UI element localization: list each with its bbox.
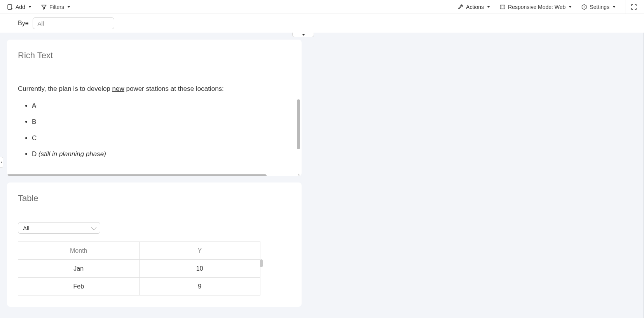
- expand-icon: [631, 4, 637, 10]
- chevron-down-icon: [613, 6, 616, 8]
- table-cell: 10: [139, 260, 260, 278]
- list-item-text: B: [32, 118, 36, 125]
- table-card[interactable]: Table All Month Y Jan 10: [7, 182, 302, 307]
- table-header[interactable]: Month: [18, 242, 140, 260]
- list-item: B: [32, 117, 291, 127]
- svg-point-7: [584, 6, 585, 7]
- svg-point-5: [503, 7, 504, 7]
- actions-label: Actions: [466, 4, 484, 10]
- list-item-text: D: [32, 150, 38, 158]
- chevron-down-icon: [67, 6, 70, 8]
- filter-icon: [41, 4, 47, 10]
- chevron-down-icon: [91, 225, 96, 230]
- richtext-underline: new: [112, 85, 124, 92]
- side-panel-handle[interactable]: [0, 157, 3, 168]
- wrench-icon: [457, 4, 464, 10]
- richtext-text: power stations at these locations:: [124, 85, 224, 92]
- responsive-mode-button[interactable]: Responsive Mode: Web: [499, 4, 572, 10]
- svg-rect-3: [500, 5, 505, 9]
- filter-select[interactable]: All: [33, 17, 114, 29]
- filter-bar: Bye All: [0, 14, 644, 33]
- list-item-note: (still in planning phase): [38, 150, 106, 158]
- table-cell: 9: [139, 278, 260, 295]
- richtext-card[interactable]: Rich Text Currently, the plan is to deve…: [7, 40, 302, 176]
- actions-button[interactable]: Actions: [457, 4, 490, 10]
- add-label: Add: [16, 4, 25, 10]
- filter-label: Bye: [18, 20, 29, 27]
- chevron-down-icon: [569, 6, 572, 8]
- richtext-paragraph: Currently, the plan is to develop new po…: [18, 84, 291, 94]
- list-item: D (still in planning phase): [32, 149, 291, 159]
- list-item: A: [32, 101, 291, 111]
- table-select-value: All: [23, 225, 30, 231]
- settings-button[interactable]: Settings: [581, 4, 616, 10]
- table-cell: Feb: [18, 278, 140, 295]
- fullscreen-button[interactable]: [625, 0, 637, 14]
- filter-select-value: All: [38, 20, 44, 27]
- table-vertical-scrollbar[interactable]: [260, 259, 263, 267]
- richtext-body: Currently, the plan is to develop new po…: [7, 61, 302, 173]
- add-button[interactable]: Add: [7, 4, 31, 10]
- top-toolbar: Add Filters Actions Responsive Mode: Web…: [0, 0, 644, 14]
- horizontal-scrollbar[interactable]: [7, 174, 267, 176]
- responsive-icon: [499, 4, 506, 10]
- data-table: Month Y Jan 10 Feb 9: [18, 242, 260, 295]
- settings-label: Settings: [590, 4, 609, 10]
- filters-button[interactable]: Filters: [41, 4, 70, 10]
- svg-point-4: [501, 7, 502, 7]
- table-header-row: Month Y: [18, 242, 260, 260]
- expand-notch[interactable]: [292, 33, 314, 37]
- vertical-scrollbar[interactable]: [297, 99, 300, 149]
- data-table-wrap: Month Y Jan 10 Feb 9: [7, 238, 302, 295]
- canvas-area: Rich Text Currently, the plan is to deve…: [0, 33, 644, 318]
- table-header[interactable]: Y: [139, 242, 260, 260]
- table-title: Table: [7, 182, 302, 203]
- richtext-list: A B C D (still in planning phase): [18, 101, 291, 159]
- list-item-text: A: [32, 102, 36, 109]
- chevron-right-icon: [1, 161, 2, 163]
- add-icon: [7, 4, 13, 10]
- richtext-text: Currently, the plan is to develop: [18, 85, 112, 92]
- table-row[interactable]: Jan 10: [18, 260, 260, 278]
- table-filter-select[interactable]: All: [18, 222, 100, 234]
- chevron-down-icon: [487, 6, 490, 8]
- list-item: C: [32, 133, 291, 143]
- table-cell: Jan: [18, 260, 140, 278]
- chevron-down-icon: [28, 6, 31, 8]
- settings-icon: [581, 4, 587, 10]
- chevron-down-icon: [302, 34, 305, 36]
- responsive-label: Responsive Mode: Web: [508, 4, 565, 10]
- richtext-title: Rich Text: [7, 40, 302, 61]
- toolbar-right-group: Actions Responsive Mode: Web Settings: [457, 0, 637, 14]
- toolbar-left-group: Add Filters: [7, 4, 70, 10]
- table-controls: All: [7, 203, 302, 238]
- filters-label: Filters: [49, 4, 64, 10]
- table-row[interactable]: Feb 9: [18, 278, 260, 295]
- list-item-text: C: [32, 134, 37, 142]
- resize-handle[interactable]: [296, 171, 300, 175]
